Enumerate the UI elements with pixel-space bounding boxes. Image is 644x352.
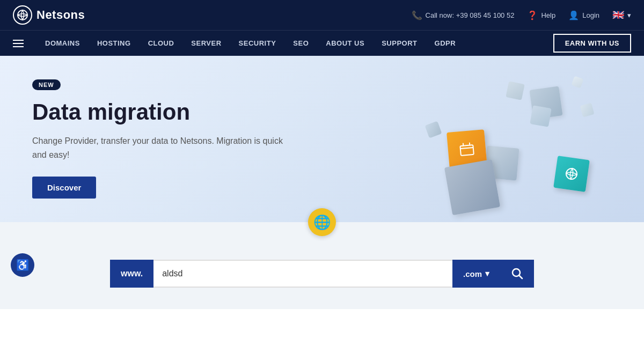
login-label: Login [582,11,599,19]
logo[interactable]: Netsons [13,5,85,25]
nav-item-security[interactable]: SECURITY [230,31,285,56]
tld-selector[interactable]: .com ▾ [452,260,501,288]
nav-item-server[interactable]: SERVER [182,31,230,56]
search-icon [511,268,523,280]
globe-icon: 🌐 [308,208,336,236]
accessibility-button[interactable]: ♿ [11,253,34,277]
svg-rect-1 [460,145,473,156]
discover-button[interactable]: Discover [32,177,96,199]
top-bar: Netsons 📞 Call now: +39 085 45 100 52 ❓ … [0,0,644,30]
nav-item-cloud[interactable]: CLOUD [140,31,183,56]
nav-item-gdpr[interactable]: GDPR [426,31,465,56]
nav-item-support[interactable]: SUPPORT [373,31,426,56]
tld-label: .com [463,269,482,278]
help-label: Help [541,11,555,19]
language-selector[interactable]: 🇬🇧 ▾ [612,9,631,21]
user-icon: 👤 [568,10,579,20]
domain-search-section: 🌐 www. .com ▾ [0,222,644,309]
domain-search-bar: www. .com ▾ [110,260,534,288]
logo-icon [13,5,32,25]
flag-arrow: ▾ [627,11,631,19]
phone-label: Call now: +39 085 45 100 52 [426,11,515,19]
cube-small-4 [425,121,442,138]
help-icon: ❓ [527,10,538,20]
hero-title: Data migration [32,99,290,126]
cube-teal [553,156,590,192]
flag-icon: 🇬🇧 [612,9,624,21]
www-prefix: www. [110,260,153,288]
login-link[interactable]: 👤 Login [568,10,599,20]
nav-item-domains[interactable]: DOMAINS [36,31,89,56]
phone-icon: 📞 [412,10,422,20]
domain-input[interactable] [153,260,452,288]
hero-section: NEW Data migration Change Provider, tran… [0,56,644,222]
nav-item-hosting[interactable]: HOSTING [89,31,140,56]
nav-item-about-us[interactable]: ABOUT US [317,31,373,56]
hero-description: Change Provider, transfer your data to N… [32,134,290,162]
nav-bar: DOMAINS HOSTING CLOUD SERVER SECURITY SE… [0,30,644,56]
cube-small-5 [530,105,552,127]
earn-with-us-button[interactable]: EARN WITH US [553,34,631,53]
tld-arrow: ▾ [485,269,489,278]
help-link[interactable]: ❓ Help [527,10,555,20]
cube-small-1 [506,81,525,100]
new-badge: NEW [32,79,61,90]
cube-small-3 [571,76,583,88]
domain-search-button[interactable] [501,260,534,288]
cube-gray-large [444,159,500,215]
globe-symbol: 🌐 [313,214,331,231]
logo-text: Netsons [36,8,85,22]
phone-info: 📞 Call now: +39 085 45 100 52 [412,10,515,20]
nav-item-seo[interactable]: SEO [284,31,317,56]
cubes-graphic [416,72,604,222]
main-nav: DOMAINS HOSTING CLOUD SERVER SECURITY SE… [36,31,553,56]
svg-point-0 [18,10,27,20]
accessibility-icon: ♿ [16,259,30,272]
cube-small-2 [580,103,595,118]
hero-illustration [408,67,612,222]
hero-content: NEW Data migration Change Provider, tran… [32,79,290,199]
hamburger-menu[interactable] [13,40,24,47]
top-right-actions: 📞 Call now: +39 085 45 100 52 ❓ Help 👤 L… [412,9,631,21]
